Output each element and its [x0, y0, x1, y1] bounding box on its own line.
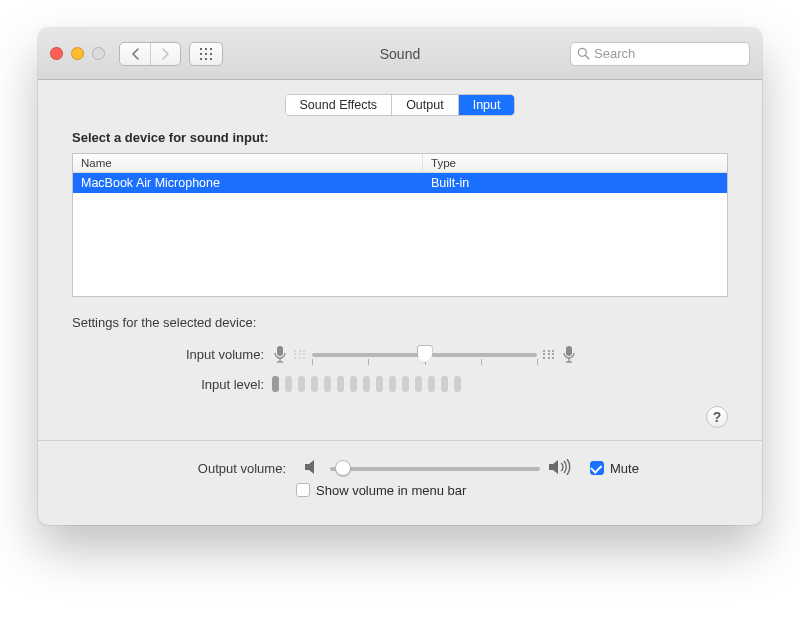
level-bar: [337, 376, 344, 392]
checkbox-icon: [296, 483, 310, 497]
nav-buttons: [119, 42, 181, 66]
level-bar: [350, 376, 357, 392]
device-name: MacBook Air Microphone: [73, 173, 423, 193]
tab-strip: Sound Effects Output Input: [285, 94, 516, 116]
menubar-row: Show volume in menu bar: [72, 487, 728, 509]
column-header-name[interactable]: Name: [73, 154, 423, 172]
level-bar: [454, 376, 461, 392]
level-bar: [311, 376, 318, 392]
microphone-low-icon: [272, 344, 288, 364]
output-volume-row: Output volume: Mute: [72, 455, 728, 481]
input-level-meter: [272, 376, 461, 392]
divider: [38, 440, 762, 441]
speaker-high-icon: [548, 459, 572, 478]
sound-preferences-window: Sound Search Sound Effects Output Input …: [38, 28, 762, 525]
level-bar: [441, 376, 448, 392]
titlebar: Sound Search: [38, 28, 762, 80]
table-row[interactable]: MacBook Air Microphone Built-in: [73, 173, 727, 193]
chevron-right-icon: [161, 48, 170, 60]
mic-dots-high-icon: [543, 350, 555, 359]
level-bar: [285, 376, 292, 392]
show-all-button[interactable]: [189, 42, 223, 66]
level-bar: [363, 376, 370, 392]
level-bar: [402, 376, 409, 392]
input-volume-row: Input volume:: [72, 340, 728, 368]
traffic-lights: [50, 47, 105, 60]
input-level-label: Input level:: [72, 377, 272, 392]
tabs-row: Sound Effects Output Input: [38, 80, 762, 126]
input-device-heading: Select a device for sound input:: [72, 130, 728, 145]
search-icon: [577, 47, 590, 60]
search-placeholder: Search: [594, 46, 635, 61]
back-button[interactable]: [120, 43, 150, 65]
chevron-left-icon: [131, 48, 140, 60]
mute-label: Mute: [610, 461, 639, 476]
forward-button[interactable]: [150, 43, 180, 65]
column-header-type[interactable]: Type: [423, 154, 727, 172]
device-type: Built-in: [423, 173, 727, 193]
svg-rect-2: [277, 346, 283, 356]
level-bar: [389, 376, 396, 392]
level-bar: [428, 376, 435, 392]
mic-dots-low-icon: [294, 350, 306, 359]
zoom-button[interactable]: [92, 47, 105, 60]
help-button[interactable]: ?: [706, 406, 728, 428]
minimize-button[interactable]: [71, 47, 84, 60]
input-device-table: Name Type MacBook Air Microphone Built-i…: [72, 153, 728, 297]
tab-output[interactable]: Output: [391, 95, 458, 115]
settings-heading: Settings for the selected device:: [72, 315, 728, 330]
input-level-row: Input level:: [72, 374, 728, 394]
level-bar: [298, 376, 305, 392]
input-volume-slider[interactable]: [312, 344, 537, 364]
input-volume-label: Input volume:: [72, 347, 272, 362]
table-header: Name Type: [73, 154, 727, 173]
svg-rect-5: [566, 346, 572, 356]
microphone-high-icon: [561, 344, 577, 364]
search-input[interactable]: Search: [570, 42, 750, 66]
svg-line-1: [585, 55, 589, 59]
output-volume-slider[interactable]: [330, 458, 540, 478]
checkbox-icon: [590, 461, 604, 475]
level-bar: [415, 376, 422, 392]
close-button[interactable]: [50, 47, 63, 60]
mute-checkbox[interactable]: Mute: [590, 461, 639, 476]
level-bar: [324, 376, 331, 392]
level-bar: [376, 376, 383, 392]
show-in-menubar-checkbox[interactable]: Show volume in menu bar: [296, 483, 466, 498]
grid-icon: [200, 48, 212, 60]
output-volume-thumb[interactable]: [335, 460, 351, 476]
content-area: Select a device for sound input: Name Ty…: [38, 130, 762, 525]
tab-sound-effects[interactable]: Sound Effects: [286, 95, 392, 115]
tab-input[interactable]: Input: [458, 95, 515, 115]
speaker-low-icon: [304, 459, 322, 478]
show-in-menubar-label: Show volume in menu bar: [316, 483, 466, 498]
output-volume-label: Output volume:: [72, 461, 296, 476]
input-volume-thumb[interactable]: [417, 345, 433, 363]
level-bar: [272, 376, 279, 392]
